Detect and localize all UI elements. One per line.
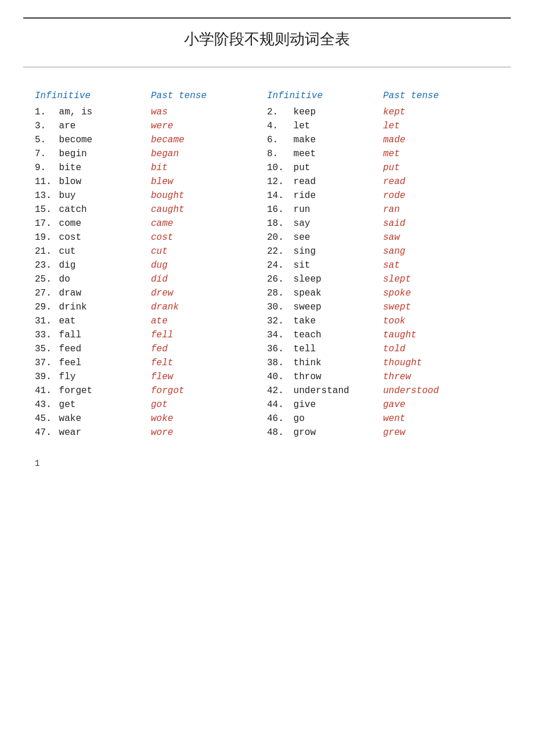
verb-past-right: met (383, 149, 488, 159)
verb-infinitive-right: 46. go (267, 413, 383, 424)
verb-word-right: put (294, 163, 311, 173)
verb-word-right: throw (294, 372, 322, 382)
verb-infinitive-left: 9. bite (35, 163, 151, 173)
verb-infinitive-left: 15. catch (35, 204, 151, 215)
verb-number-left: 43. (35, 399, 53, 410)
verb-past-right: sat (383, 260, 488, 271)
verb-word-left: begin (59, 149, 87, 159)
verb-word-right: tell (294, 344, 316, 354)
verb-past-left: came (151, 218, 267, 229)
verb-word-left: do (59, 274, 70, 285)
verb-past-left: felt (151, 358, 267, 368)
verb-word-left: feel (59, 358, 81, 368)
verb-past-right: gave (383, 399, 488, 410)
verb-infinitive-right: 4. let (267, 121, 383, 131)
table-row: 25. do did 26. sleep slept (35, 274, 499, 285)
verb-number-right: 34. (267, 330, 288, 340)
verb-past-right: sang (383, 246, 488, 257)
verb-infinitive-left: 27. draw (35, 288, 151, 298)
verb-number-left: 11. (35, 177, 53, 187)
verb-word-left: bite (59, 163, 81, 173)
verb-word-right: ride (294, 190, 316, 201)
header-past-2: Past tense (383, 91, 488, 101)
verb-number-left: 19. (35, 232, 53, 243)
verb-number-right: 40. (267, 372, 288, 382)
verb-word-left: forget (59, 386, 93, 396)
verb-infinitive-right: 8. meet (267, 149, 383, 159)
verb-word-right: say (294, 218, 311, 229)
verb-word-right: sit (294, 260, 311, 271)
verb-infinitive-right: 30. sweep (267, 302, 383, 312)
verb-infinitive-right: 36. tell (267, 344, 383, 354)
page-title: 小学阶段不规则动词全表 (0, 29, 534, 49)
verb-word-right: keep (294, 107, 316, 117)
table-row: 41. forget forgot 42. understand underst… (35, 386, 499, 396)
verb-past-left: got (151, 399, 267, 410)
table-row: 43. get got 44. give gave (35, 399, 499, 410)
verb-rows-container: 1. am, is was 2. keep kept 3. are were 4… (35, 107, 499, 438)
table-row: 33. fall fell 34. teach taught (35, 330, 499, 340)
verb-number-right: 38. (267, 358, 288, 368)
table-row: 37. feel felt 38. think thought (35, 358, 499, 368)
table-row: 15. catch caught 16. run ran (35, 204, 499, 215)
verb-word-left: get (59, 399, 76, 410)
verb-infinitive-left: 23. dig (35, 260, 151, 271)
verb-past-left: flew (151, 372, 267, 382)
verb-infinitive-right: 32. take (267, 316, 383, 326)
verb-past-left: were (151, 121, 267, 131)
verb-past-right: rode (383, 190, 488, 201)
verb-number-right: 6. (267, 135, 288, 145)
verb-number-right: 46. (267, 413, 288, 424)
verb-word-right: take (294, 316, 316, 326)
verb-word-right: teach (294, 330, 322, 340)
verb-infinitive-left: 3. are (35, 121, 151, 131)
table-row: 11. blow blew 12. read read (35, 177, 499, 187)
table-row: 19. cost cost 20. see saw (35, 232, 499, 243)
verb-number-left: 25. (35, 274, 53, 285)
table-row: 35. feed fed 36. tell told (35, 344, 499, 354)
verb-word-left: eat (59, 316, 76, 326)
verb-past-left: blew (151, 177, 267, 187)
verb-infinitive-left: 11. blow (35, 177, 151, 187)
verb-number-left: 7. (35, 149, 53, 159)
table-row: 3. are were 4. let let (35, 121, 499, 131)
verb-number-right: 22. (267, 246, 288, 257)
verb-infinitive-left: 1. am, is (35, 107, 151, 117)
verb-number-right: 42. (267, 386, 288, 396)
verb-number-left: 35. (35, 344, 53, 354)
verb-word-right: speak (294, 288, 322, 298)
verb-number-left: 41. (35, 386, 53, 396)
verb-infinitive-right: 6. make (267, 135, 383, 145)
verb-infinitive-right: 48. grow (267, 427, 383, 438)
verb-infinitive-left: 29. drink (35, 302, 151, 312)
verb-past-right: saw (383, 232, 488, 243)
verb-infinitive-right: 28. speak (267, 288, 383, 298)
verb-word-left: catch (59, 204, 87, 215)
verb-number-left: 23. (35, 260, 53, 271)
verb-past-right: threw (383, 372, 488, 382)
verb-word-left: cut (59, 246, 76, 257)
verb-infinitive-right: 44. give (267, 399, 383, 410)
verb-word-left: cost (59, 232, 81, 243)
table-header: Infinitive Past tense Infinitive Past te… (35, 91, 499, 101)
table-row: 47. wear wore 48. grow grew (35, 427, 499, 438)
verb-infinitive-right: 34. teach (267, 330, 383, 340)
verb-infinitive-left: 5. become (35, 135, 151, 145)
verb-number-left: 21. (35, 246, 53, 257)
verb-past-left: forgot (151, 386, 267, 396)
verb-number-left: 1. (35, 107, 53, 117)
verb-infinitive-left: 43. get (35, 399, 151, 410)
verb-infinitive-left: 39. fly (35, 372, 151, 382)
verb-infinitive-left: 33. fall (35, 330, 151, 340)
verb-number-left: 17. (35, 218, 53, 229)
verb-infinitive-right: 38. think (267, 358, 383, 368)
verb-word-right: go (294, 413, 305, 424)
verb-past-right: let (383, 121, 488, 131)
header-past-1: Past tense (151, 91, 267, 101)
verb-number-right: 36. (267, 344, 288, 354)
verb-infinitive-left: 19. cost (35, 232, 151, 243)
verb-infinitive-left: 7. begin (35, 149, 151, 159)
verb-past-left: drank (151, 302, 267, 312)
verb-past-left: ate (151, 316, 267, 326)
verb-word-left: drink (59, 302, 87, 312)
